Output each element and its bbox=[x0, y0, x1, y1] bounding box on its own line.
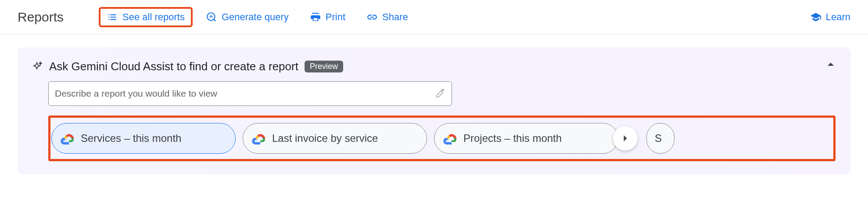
chart-search-icon bbox=[206, 11, 217, 23]
google-cloud-icon bbox=[60, 132, 75, 145]
collapse-button[interactable] bbox=[823, 57, 838, 72]
generate-label: Generate query bbox=[222, 11, 289, 23]
chip-overflow-label: S bbox=[655, 132, 662, 145]
panel-container: Ask Gemini Cloud Assist to find or creat… bbox=[0, 34, 868, 174]
report-prompt-input-wrap[interactable] bbox=[48, 81, 452, 106]
learn-button[interactable]: Learn bbox=[810, 11, 850, 23]
suggestion-chips-highlight: Services – this month Last invoice by se… bbox=[48, 116, 836, 161]
google-cloud-icon bbox=[442, 132, 457, 145]
see-all-reports-button[interactable]: See all reports bbox=[107, 11, 185, 23]
highlight-see-all: See all reports bbox=[99, 7, 193, 27]
share-label: Share bbox=[382, 11, 408, 23]
panel-header: Ask Gemini Cloud Assist to find or creat… bbox=[31, 60, 837, 73]
learn-label: Learn bbox=[826, 11, 850, 23]
graduation-cap-icon bbox=[810, 11, 821, 23]
chip-label: Services – this month bbox=[81, 132, 181, 145]
generate-query-button[interactable]: Generate query bbox=[206, 11, 289, 23]
chip-last-invoice-by-service[interactable]: Last invoice by service bbox=[243, 123, 427, 154]
preview-badge: Preview bbox=[305, 61, 343, 72]
link-icon bbox=[366, 11, 378, 23]
chip-label: Last invoice by service bbox=[272, 132, 378, 145]
input-row bbox=[31, 81, 837, 106]
chevron-right-icon bbox=[619, 132, 631, 145]
chevron-up-icon bbox=[823, 57, 838, 72]
gemini-panel: Ask Gemini Cloud Assist to find or creat… bbox=[18, 47, 850, 174]
page-title: Reports bbox=[18, 10, 64, 25]
list-icon bbox=[107, 11, 118, 23]
toolbar: Reports See all reports Generate query P… bbox=[0, 0, 868, 34]
toolbar-actions: See all reports Generate query Print Sha… bbox=[107, 7, 850, 27]
chip-projects-this-month[interactable]: Projects – this month bbox=[434, 123, 618, 154]
chip-services-this-month[interactable]: Services – this month bbox=[51, 123, 236, 154]
print-button[interactable]: Print bbox=[310, 11, 345, 23]
chip-label: Projects – this month bbox=[463, 132, 562, 145]
share-button[interactable]: Share bbox=[366, 11, 408, 23]
see-all-label: See all reports bbox=[122, 11, 185, 23]
sparkle-icon bbox=[31, 61, 43, 73]
print-label: Print bbox=[326, 11, 345, 23]
chip-overflow[interactable]: S bbox=[646, 123, 674, 154]
panel-title: Ask Gemini Cloud Assist to find or creat… bbox=[49, 60, 298, 73]
report-prompt-input[interactable] bbox=[55, 88, 435, 99]
google-cloud-icon bbox=[251, 132, 266, 145]
print-icon bbox=[310, 11, 321, 23]
scroll-right-button[interactable] bbox=[613, 126, 638, 151]
pencil-spark-icon bbox=[435, 88, 445, 99]
